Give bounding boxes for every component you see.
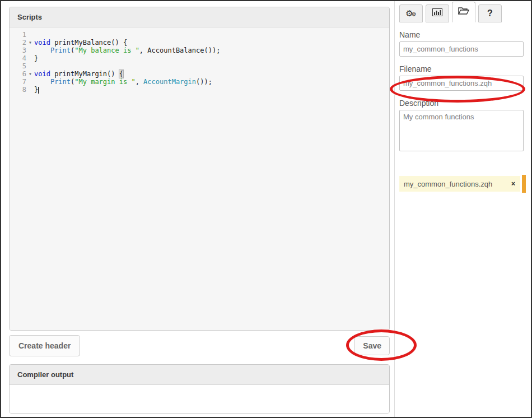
save-button[interactable]: Save xyxy=(354,336,390,355)
gears-icon: ⚙⚙ xyxy=(405,8,416,18)
line-number: 2 xyxy=(10,39,26,47)
line-number: 8 xyxy=(10,86,26,94)
code-editor[interactable]: 1 2▾void printMyBalance() {3 Print("My b… xyxy=(10,27,389,330)
filename-label: Filename xyxy=(399,64,532,73)
code-line: 1 xyxy=(10,31,389,39)
compiler-output-panel: Compiler output xyxy=(9,364,390,414)
fold-gutter xyxy=(26,62,34,70)
close-icon[interactable]: × xyxy=(509,180,517,188)
tab-help[interactable]: ? xyxy=(478,4,502,22)
fold-gutter xyxy=(26,31,34,39)
tab-files[interactable] xyxy=(452,2,475,22)
description-label: Description xyxy=(399,99,532,108)
name-label: Name xyxy=(399,30,532,39)
line-number: 3 xyxy=(10,47,26,54)
question-mark-icon: ? xyxy=(487,8,493,18)
sidebar-tabs: ⚙⚙ xyxy=(399,1,532,22)
app-window: Scripts 1 2▾void printMyBalance() {3 Pri… xyxy=(0,0,532,418)
filename-input[interactable] xyxy=(399,76,524,91)
name-input[interactable] xyxy=(399,41,524,57)
create-header-button[interactable]: Create header xyxy=(9,335,80,356)
file-chip-row: my_common_functions.zqh × xyxy=(399,175,526,193)
fold-gutter xyxy=(26,54,34,62)
fold-gutter xyxy=(26,86,34,94)
code-line: 3 Print("My balance is ", AccountBalance… xyxy=(10,47,389,54)
line-number: 1 xyxy=(10,31,26,39)
fold-gutter xyxy=(26,78,34,86)
code-text: Print("My balance is ", AccountBalance()… xyxy=(34,47,220,54)
code-line: 8 } xyxy=(10,86,389,94)
code-line: 4 } xyxy=(10,54,389,62)
line-number: 5 xyxy=(10,62,26,70)
scripts-panel-header: Scripts xyxy=(10,7,389,27)
fold-toggle-icon[interactable]: ▾ xyxy=(26,70,34,78)
code-text: void printMyMargin() { xyxy=(34,70,123,78)
code-line: 2▾void printMyBalance() { xyxy=(10,39,389,47)
file-chip-label: my_common_functions.zqh xyxy=(399,180,509,188)
line-number: 6 xyxy=(10,70,26,78)
compiler-output-body xyxy=(10,385,389,413)
code-text: } xyxy=(34,54,38,62)
line-number: 4 xyxy=(10,54,26,62)
code-line: 6▾void printMyMargin() { xyxy=(10,70,389,78)
fold-gutter xyxy=(26,47,34,54)
bar-chart-icon xyxy=(432,8,442,18)
code-text: Print("My margin is ", AccountMargin()); xyxy=(34,78,212,86)
description-textarea[interactable]: My common functions xyxy=(399,110,524,151)
right-sidebar: ⚙⚙ xyxy=(394,1,532,417)
scripts-panel-title: Scripts xyxy=(17,13,42,21)
code-line: 7 Print("My margin is ", AccountMargin()… xyxy=(10,78,389,86)
file-chip-accent-bar xyxy=(522,175,526,193)
tab-settings[interactable]: ⚙⚙ xyxy=(399,4,423,22)
line-number: 7 xyxy=(10,78,26,86)
code-text: } xyxy=(34,86,39,94)
compiler-output-title: Compiler output xyxy=(17,370,73,379)
open-folder-icon xyxy=(458,7,469,17)
editor-buttons-row: Create header Save xyxy=(9,335,390,356)
text-cursor xyxy=(38,87,39,94)
scripts-panel: Scripts 1 2▾void printMyBalance() {3 Pri… xyxy=(9,7,390,331)
fold-toggle-icon[interactable]: ▾ xyxy=(26,39,34,47)
code-line: 5 xyxy=(10,62,389,70)
tab-results[interactable] xyxy=(426,4,449,22)
file-chip[interactable]: my_common_functions.zqh × xyxy=(399,176,520,192)
code-text: void printMyBalance() { xyxy=(34,39,127,47)
compiler-output-header: Compiler output xyxy=(10,365,389,385)
